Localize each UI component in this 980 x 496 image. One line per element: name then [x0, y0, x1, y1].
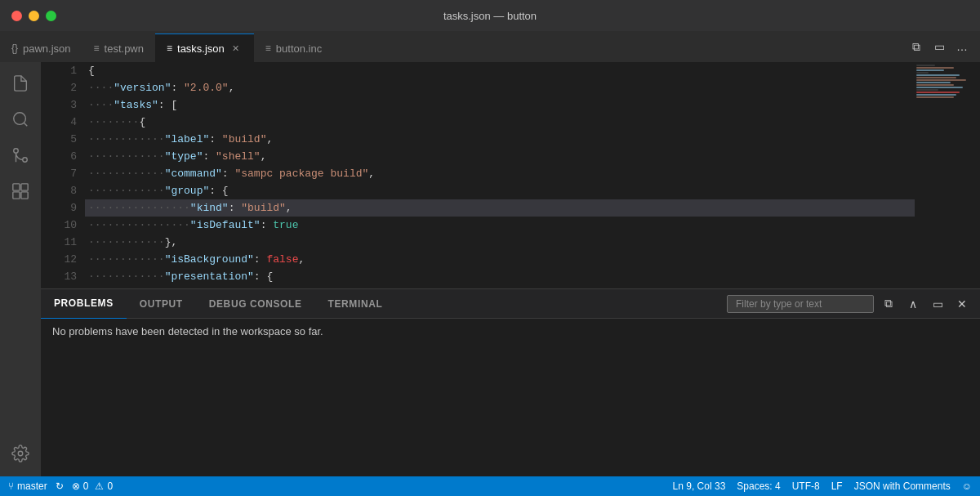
indentation: Spaces: 4 [737, 480, 780, 492]
activity-icon-files[interactable] [4, 67, 37, 100]
cursor-position-item[interactable]: Ln 9, Col 33 [673, 480, 726, 492]
status-bar-left: ⑂ master ↻ ⊗ 0 ⚠ 0 [8, 480, 113, 492]
minimap-lines [915, 62, 980, 101]
close-button[interactable] [11, 11, 22, 21]
error-icon: ⊗ [72, 480, 80, 492]
git-branch-name: master [17, 480, 47, 492]
tab-tasks-json-close[interactable]: ✕ [229, 42, 243, 55]
sync-item[interactable]: ↻ [56, 480, 64, 492]
svg-point-2 [23, 158, 28, 163]
filter-input[interactable] [727, 295, 874, 313]
button-inc-icon: ≡ [265, 42, 271, 54]
maximize-button[interactable] [46, 11, 56, 21]
tasks-json-icon: ≡ [167, 42, 172, 54]
pawn-json-icon: {} [11, 42, 18, 54]
git-branch-item[interactable]: ⑂ master [8, 480, 47, 492]
close-panel-button[interactable]: ✕ [952, 294, 972, 314]
line-ending-item[interactable]: LF [831, 480, 843, 492]
window-title: tasks.json — button [443, 10, 537, 22]
code-line-5: ············"label": "build", [85, 131, 915, 148]
tab-bar: {} pawn.json ≡ test.pwn ≡ tasks.json ✕ ≡… [0, 31, 980, 62]
code-line-1: { [85, 62, 915, 79]
code-line-7: ············"command": "sampc package bu… [85, 165, 915, 182]
tab-button-inc-label: button.inc [276, 42, 322, 55]
svg-rect-5 [21, 184, 28, 190]
language-name: JSON with Comments [854, 480, 951, 492]
code-line-11: ············}, [85, 234, 915, 251]
no-problems-message: No problems have been detected in the wo… [52, 325, 323, 337]
svg-point-0 [14, 113, 26, 125]
activity-icon-search[interactable] [4, 103, 37, 136]
encoding-item[interactable]: UTF-8 [792, 480, 820, 492]
tab-bar-actions: ⧉ ▭ … [906, 31, 980, 62]
code-line-6: ············"type": "shell", [85, 148, 915, 165]
activity-icon-settings[interactable] [4, 437, 37, 470]
tab-test-pwn-label: test.pwn [105, 42, 144, 55]
tab-tasks-json[interactable]: ≡ tasks.json ✕ [155, 34, 254, 62]
code-editor[interactable]: 1 2 3 4 5 6 7 8 9 10 11 12 13 14 { ····"… [41, 62, 980, 288]
activity-bar-bottom [4, 437, 37, 470]
status-bar-right: Ln 9, Col 33 Spaces: 4 UTF-8 LF JSON wit… [673, 480, 972, 492]
encoding: UTF-8 [792, 480, 820, 492]
collapse-panel-button[interactable]: ∧ [903, 294, 923, 314]
more-actions-button[interactable]: … [952, 37, 972, 56]
panel-content: No problems have been detected in the wo… [41, 319, 980, 476]
status-bar: ⑂ master ↻ ⊗ 0 ⚠ 0 Ln 9, Col 33 Spaces: … [0, 476, 980, 496]
error-count: 0 [83, 480, 89, 492]
feedback-item[interactable]: ☺ [962, 480, 972, 492]
code-line-10: ················"isDefault": true [85, 217, 915, 234]
code-line-4: ········{ [85, 114, 915, 131]
svg-rect-6 [13, 192, 20, 199]
svg-line-1 [24, 123, 27, 126]
activity-bar [0, 62, 41, 476]
code-line-13: ············"presentation": { [85, 268, 915, 285]
tab-test-pwn[interactable]: ≡ test.pwn [82, 34, 155, 62]
code-content[interactable]: { ····"version": "2.0.0", ····"tasks": [… [85, 62, 915, 288]
copy-panel-button[interactable]: ⧉ [879, 294, 898, 314]
test-pwn-icon: ≡ [94, 42, 100, 54]
svg-rect-7 [21, 192, 28, 199]
panel-tab-bar: PROBLEMS OUTPUT DEBUG CONSOLE TERMINAL ⧉… [41, 289, 980, 319]
activity-icon-git[interactable] [4, 139, 37, 172]
line-numbers: 1 2 3 4 5 6 7 8 9 10 11 12 13 14 [41, 62, 85, 288]
activity-icon-extensions[interactable] [4, 175, 37, 208]
panel-filter-area: ⧉ ∧ ▭ ✕ [727, 294, 980, 314]
panel-tab-output[interactable]: OUTPUT [127, 289, 196, 319]
language-item[interactable]: JSON with Comments [854, 480, 951, 492]
panel-tab-terminal[interactable]: TERMINAL [315, 289, 396, 319]
toggle-panel-button[interactable]: ▭ [929, 37, 949, 56]
feedback-icon: ☺ [962, 480, 972, 492]
tab-pawn-json[interactable]: {} pawn.json [0, 34, 82, 62]
warning-count: 0 [107, 480, 113, 492]
sync-icon: ↻ [56, 480, 64, 492]
panel-tab-problems[interactable]: PROBLEMS [41, 289, 127, 319]
git-icon: ⑂ [8, 480, 14, 492]
editor-pane: 1 2 3 4 5 6 7 8 9 10 11 12 13 14 { ····"… [41, 62, 980, 476]
code-line-2: ····"version": "2.0.0", [85, 79, 915, 96]
code-line-9: ················"kind": "build", [85, 199, 915, 217]
split-editor-button[interactable]: ⧉ [906, 37, 926, 56]
svg-point-3 [14, 149, 19, 154]
toggle-panel-layout-button[interactable]: ▭ [928, 294, 947, 314]
title-bar: tasks.json — button [0, 0, 980, 31]
code-line-14: ················"reveal": "silent", [85, 285, 915, 288]
minimap [915, 62, 980, 288]
code-line-8: ············"group": { [85, 182, 915, 199]
tab-pawn-json-label: pawn.json [23, 42, 71, 55]
panel: PROBLEMS OUTPUT DEBUG CONSOLE TERMINAL ⧉… [41, 288, 980, 476]
window-controls [11, 11, 56, 21]
cursor-position: Ln 9, Col 33 [673, 480, 726, 492]
editor-container: 1 2 3 4 5 6 7 8 9 10 11 12 13 14 { ····"… [0, 62, 980, 476]
indentation-item[interactable]: Spaces: 4 [737, 480, 780, 492]
code-line-12: ············"isBackground": false, [85, 251, 915, 268]
errors-item[interactable]: ⊗ 0 ⚠ 0 [72, 480, 113, 492]
warning-icon: ⚠ [95, 480, 104, 492]
panel-tab-debug[interactable]: DEBUG CONSOLE [196, 289, 315, 319]
tab-tasks-json-label: tasks.json [177, 42, 225, 55]
tab-button-inc[interactable]: ≡ button.inc [254, 34, 333, 62]
line-ending: LF [831, 480, 843, 492]
minimize-button[interactable] [29, 11, 39, 21]
svg-point-8 [18, 451, 23, 456]
svg-rect-4 [13, 184, 20, 190]
code-line-3: ····"tasks": [ [85, 96, 915, 114]
